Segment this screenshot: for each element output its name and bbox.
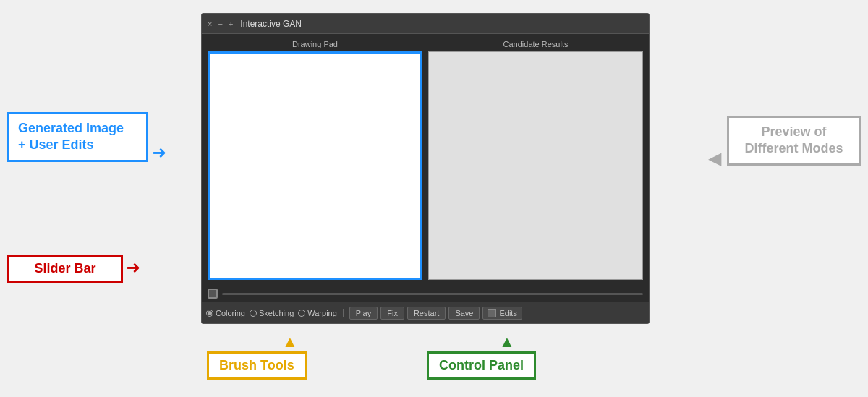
radio-sketching-label: Sketching: [259, 309, 294, 317]
radio-coloring-circle[interactable]: [206, 310, 213, 317]
close-button[interactable]: ×: [208, 20, 212, 28]
slider-track[interactable]: [222, 293, 643, 295]
radio-warping[interactable]: Warping: [298, 309, 337, 317]
radio-sketching[interactable]: Sketching: [250, 309, 294, 317]
bottom-area: Coloring Sketching Warping Play Fix Rest…: [202, 286, 649, 323]
drawing-pad-panel: Drawing Pad: [208, 40, 422, 280]
maximize-button[interactable]: +: [229, 20, 233, 28]
title-bar-controls: × − +: [208, 20, 233, 28]
play-button[interactable]: Play: [349, 307, 378, 320]
annotation-control-panel: Control Panel: [427, 351, 536, 380]
arrow-slider-bar: ➜: [126, 257, 140, 278]
fix-button[interactable]: Fix: [380, 307, 404, 320]
slider-thumb[interactable]: [208, 289, 218, 299]
toolbar: Coloring Sketching Warping Play Fix Rest…: [202, 302, 649, 323]
minimize-button[interactable]: −: [218, 20, 222, 28]
drawing-pad-label: Drawing Pad: [208, 40, 422, 48]
candidate-results-pad[interactable]: [428, 51, 643, 280]
edits-toggle[interactable]: Edits: [482, 307, 522, 320]
radio-warping-circle[interactable]: [298, 310, 305, 317]
arrow-brush-tools: ▲: [282, 333, 298, 351]
candidate-results-panel: Candidate Results: [428, 40, 643, 280]
radio-coloring[interactable]: Coloring: [206, 309, 245, 317]
annotation-brush-tools: Brush Tools: [207, 351, 307, 380]
brush-tools-section: Coloring Sketching Warping: [206, 309, 344, 317]
app-window: × − + Interactive GAN Drawing Pad Candid…: [201, 13, 650, 324]
arrow-generated-image: ➜: [152, 142, 166, 163]
arrow-preview: ◀: [708, 148, 721, 168]
edits-checkbox[interactable]: [488, 309, 496, 317]
candidate-results-label: Candidate Results: [428, 40, 643, 48]
annotation-preview: Preview ofDifferent Modes: [727, 116, 861, 166]
radio-warping-label: Warping: [307, 309, 337, 317]
radio-sketching-circle[interactable]: [250, 310, 257, 317]
annotation-generated-image: Generated Image+ User Edits: [7, 112, 148, 162]
restart-button[interactable]: Restart: [407, 307, 446, 320]
app-title: Interactive GAN: [240, 19, 302, 29]
content-area: Drawing Pad Candidate Results: [202, 34, 649, 286]
radio-coloring-label: Coloring: [216, 309, 245, 317]
annotation-slider-bar: Slider Bar: [7, 255, 123, 283]
slider-row: [202, 286, 649, 302]
title-bar: × − + Interactive GAN: [202, 14, 649, 34]
drawing-pad[interactable]: [208, 51, 422, 280]
save-button[interactable]: Save: [448, 307, 480, 320]
edits-label: Edits: [499, 309, 516, 317]
arrow-control-panel: ▲: [499, 333, 515, 351]
